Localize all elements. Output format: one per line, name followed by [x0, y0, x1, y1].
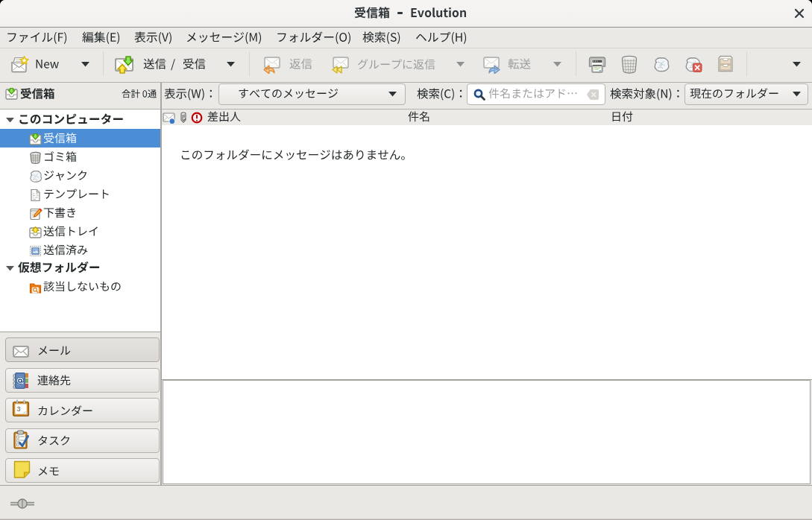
svg-text:3: 3	[16, 405, 20, 413]
